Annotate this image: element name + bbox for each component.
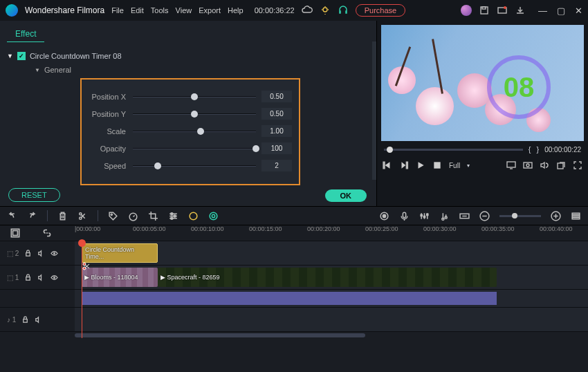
zoom-slider[interactable]	[499, 215, 541, 217]
voiceover-icon[interactable]	[399, 211, 410, 221]
timeline-scrollbar[interactable]	[0, 331, 588, 338]
volume-icon[interactable]	[540, 160, 549, 170]
redo-icon[interactable]	[27, 211, 37, 221]
ruler-tick: 00:00:35:00	[481, 225, 515, 232]
fullscreen-icon[interactable]	[573, 160, 582, 170]
lock-icon[interactable]	[24, 274, 32, 281]
brace-right[interactable]: }	[536, 145, 539, 154]
tag-icon[interactable]	[108, 211, 118, 221]
ruler-tick: 00:00:05:00	[133, 225, 166, 232]
save-icon[interactable]	[479, 5, 490, 16]
menu-help[interactable]: Help	[228, 6, 244, 15]
headset-icon[interactable]	[338, 5, 349, 16]
title-bar: Wondershare Filmora File Edit Tools View…	[0, 0, 588, 21]
menu-view[interactable]: View	[176, 6, 192, 15]
color-icon[interactable]	[188, 211, 199, 221]
snapshot-icon[interactable]	[523, 160, 533, 170]
track-name: ♪ 1	[7, 316, 16, 324]
close-button[interactable]: ✕	[575, 6, 582, 16]
svg-rect-9	[524, 162, 532, 168]
mute-icon[interactable]	[37, 250, 45, 257]
menu-tools[interactable]: Tools	[151, 6, 169, 15]
crop-icon[interactable]	[148, 211, 158, 221]
video-clip-b[interactable]: ▶ Spacecraft - 82659	[158, 268, 497, 287]
position-y-slider[interactable]	[133, 109, 256, 119]
effect-clip[interactable]: Circle Countdown Time...	[82, 243, 158, 263]
svg-point-23	[383, 214, 385, 217]
track-header: ♪ 1	[0, 316, 75, 324]
panel-scrollbar[interactable]	[372, 41, 376, 180]
section-expand-icon[interactable]: ▼	[35, 67, 40, 73]
display-icon[interactable]	[506, 160, 516, 170]
minimize-button[interactable]: —	[538, 6, 547, 16]
param-label: Position Y	[89, 110, 133, 118]
scissors-icon[interactable]	[82, 261, 91, 271]
menu-file[interactable]: File	[111, 6, 124, 15]
marker-icon[interactable]	[379, 211, 389, 221]
eye-icon[interactable]	[50, 274, 58, 281]
purchase-button[interactable]: Purchase	[356, 4, 405, 17]
countdown-number: 08	[504, 72, 535, 103]
scale-slider[interactable]	[133, 127, 256, 136]
adjust-icon[interactable]	[168, 211, 178, 221]
undo-icon[interactable]	[7, 211, 17, 221]
opacity-value[interactable]: 100	[261, 142, 292, 154]
link-icon[interactable]	[42, 227, 53, 239]
mixer-icon[interactable]	[419, 211, 430, 221]
prev-frame-icon[interactable]	[383, 160, 392, 170]
play-icon[interactable]	[416, 160, 425, 170]
time-ruler[interactable]: |00:00:00 00:00:05:00 00:00:10:00 00:00:…	[0, 225, 588, 241]
position-y-value[interactable]: 0.50	[261, 108, 292, 120]
zoomout-icon[interactable]	[479, 211, 490, 221]
effect-checkbox[interactable]: ✓	[17, 52, 26, 60]
quality-select[interactable]: Full	[449, 162, 460, 169]
download-icon[interactable]	[515, 5, 526, 16]
popout-icon[interactable]	[556, 160, 566, 170]
reset-button[interactable]: RESET	[8, 188, 60, 202]
message-icon[interactable]	[497, 5, 508, 16]
split-icon[interactable]	[77, 211, 88, 221]
playhead[interactable]	[82, 241, 82, 338]
orb-icon[interactable]	[461, 5, 472, 16]
audio-icon[interactable]	[439, 211, 450, 221]
menu-export[interactable]: Export	[199, 6, 221, 15]
svg-point-14	[111, 214, 112, 215]
ok-button[interactable]: OK	[325, 189, 367, 202]
speed-icon[interactable]	[128, 211, 138, 221]
svg-rect-11	[558, 163, 563, 169]
position-x-slider[interactable]	[133, 92, 256, 102]
effect-tab[interactable]: Effect	[7, 24, 44, 42]
lock-icon[interactable]	[24, 250, 32, 257]
svg-rect-2	[482, 7, 486, 9]
eye-icon[interactable]	[50, 250, 58, 257]
lock-icon[interactable]	[21, 316, 29, 324]
video-clip-a[interactable]: ▶ Blooms - 118004	[82, 268, 158, 287]
speed-value[interactable]: 2	[261, 160, 292, 171]
expand-icon[interactable]: ▼	[7, 53, 13, 59]
maximize-button[interactable]: ▢	[557, 6, 565, 16]
position-x-value[interactable]: 0.50	[261, 91, 292, 102]
snap-icon[interactable]	[10, 227, 21, 239]
cloud-icon[interactable]	[302, 5, 313, 16]
preview-panel: 08 { } 00:00:00:22 Full▾	[377, 21, 588, 206]
fit-icon[interactable]	[459, 211, 470, 221]
tracks-icon[interactable]	[571, 211, 581, 221]
mute-icon[interactable]	[35, 316, 42, 324]
preview-video[interactable]: 08	[381, 25, 584, 141]
speed-slider[interactable]	[133, 161, 256, 171]
brace-left[interactable]: {	[529, 145, 531, 154]
bulb-icon[interactable]	[320, 5, 331, 16]
step-back-icon[interactable]	[399, 160, 409, 170]
greenscreen-icon[interactable]	[208, 211, 219, 221]
ruler-tick: 00:00:30:00	[423, 225, 457, 232]
stop-icon[interactable]	[432, 160, 442, 170]
scale-value[interactable]: 1.00	[261, 125, 292, 137]
scrub-slider[interactable]	[384, 149, 523, 151]
delete-icon[interactable]	[57, 211, 68, 221]
ruler-tick: 00:00:20:00	[307, 225, 340, 232]
zoomin-icon[interactable]	[551, 211, 561, 221]
ruler-tick: 00:00:10:00	[191, 225, 224, 232]
mute-icon[interactable]	[37, 274, 45, 281]
menu-edit[interactable]: Edit	[131, 6, 144, 15]
opacity-slider[interactable]	[133, 144, 256, 154]
